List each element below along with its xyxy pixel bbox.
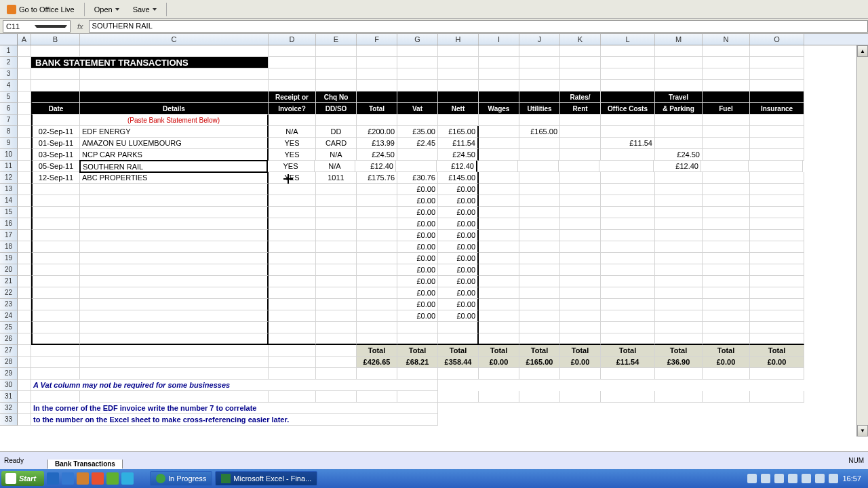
cell[interactable] [438,80,479,92]
cell[interactable] [519,218,560,230]
cell[interactable] [80,207,269,218]
cell[interactable] [601,322,655,333]
row-header[interactable]: 27 [0,345,18,357]
cell[interactable] [655,391,703,403]
cell[interactable]: A Vat column may not be required for som… [31,380,438,391]
cell[interactable] [560,287,601,299]
cell[interactable]: £0.00 [438,299,479,310]
col-header[interactable]: E [316,34,357,45]
cell[interactable] [750,149,804,161]
cell[interactable] [357,310,397,322]
cell[interactable] [31,310,80,322]
cell[interactable] [18,184,31,195]
quick-launch-icon[interactable] [121,472,134,485]
cell[interactable] [397,92,438,103]
row-header[interactable]: 29 [0,368,18,380]
cell[interactable] [560,45,601,57]
cell[interactable]: £12.40 [654,161,701,172]
task-item-excel[interactable]: Microsoft Excel - Fina... [215,471,317,486]
cell[interactable] [703,207,750,218]
cell[interactable] [750,287,804,299]
cell[interactable] [18,195,31,207]
cell[interactable] [560,391,601,403]
cell[interactable] [750,126,804,138]
cell[interactable] [269,287,316,299]
row-header[interactable]: 16 [0,218,18,230]
cell[interactable] [601,172,655,184]
cell[interactable] [750,57,804,68]
cell[interactable] [80,299,269,310]
cell[interactable]: £0.00 [438,253,479,264]
cell[interactable] [80,230,269,241]
cell[interactable] [316,184,357,195]
cell[interactable] [269,299,316,310]
cell[interactable]: Total [397,345,438,357]
cell[interactable] [438,68,479,80]
cell[interactable]: Invoice? [269,103,316,115]
cell[interactable]: £0.00 [438,184,479,195]
cell[interactable] [519,138,560,149]
col-header[interactable]: A [18,34,31,45]
cell[interactable] [703,184,750,195]
cell[interactable]: £0.00 [397,287,438,299]
cell[interactable] [601,218,655,230]
cell[interactable] [655,68,703,80]
cell[interactable] [316,276,357,287]
cell[interactable] [519,368,560,380]
cell[interactable] [316,253,357,264]
cell[interactable] [80,218,269,230]
cell[interactable] [703,92,750,103]
row-header[interactable]: 8 [0,126,18,138]
cell[interactable] [750,80,804,92]
cell[interactable] [601,149,655,161]
cell[interactable] [601,310,655,322]
cell[interactable] [357,218,397,230]
cell[interactable] [601,184,655,195]
cell[interactable] [560,149,601,161]
cell[interactable] [703,218,750,230]
cell[interactable] [655,45,703,57]
cell[interactable] [31,195,80,207]
cell[interactable] [750,172,804,184]
cell[interactable] [316,80,357,92]
cell[interactable] [560,195,601,207]
col-header[interactable]: J [519,34,560,45]
cell[interactable]: £0.00 [438,218,479,230]
cell[interactable] [269,264,316,276]
cell[interactable] [31,264,80,276]
cell[interactable] [655,80,703,92]
cell[interactable] [703,241,750,253]
cell[interactable] [397,57,438,68]
col-header[interactable]: G [397,34,438,45]
cell[interactable] [31,322,80,333]
quick-launch-icon[interactable] [106,472,119,485]
cell[interactable] [31,80,80,92]
cell[interactable] [269,345,316,357]
cell[interactable] [601,287,655,299]
cell[interactable] [80,253,269,264]
cell[interactable] [479,333,519,345]
tray-icon[interactable] [774,474,784,483]
cell[interactable] [519,310,560,322]
cell[interactable] [519,333,560,345]
cell[interactable] [601,126,655,138]
cell[interactable]: DD/SO [316,103,357,115]
cell[interactable]: £0.00 [438,264,479,276]
cell[interactable] [438,92,479,103]
cell[interactable]: £12.40 [355,161,396,172]
tray-icon[interactable] [829,474,838,483]
cell[interactable] [80,184,269,195]
cell[interactable] [560,80,601,92]
cell[interactable] [519,195,560,207]
quick-launch-icon[interactable] [92,472,104,485]
cell[interactable] [269,218,316,230]
cell[interactable]: Utilities [519,103,560,115]
cell[interactable] [31,218,80,230]
cell[interactable]: 03-Sep-11 [31,149,80,161]
cell[interactable] [703,253,750,264]
row-header[interactable]: 33 [0,414,18,426]
cell[interactable] [601,92,655,103]
cell[interactable] [18,253,31,264]
cell[interactable]: YES [267,161,315,172]
cell[interactable] [18,207,31,218]
